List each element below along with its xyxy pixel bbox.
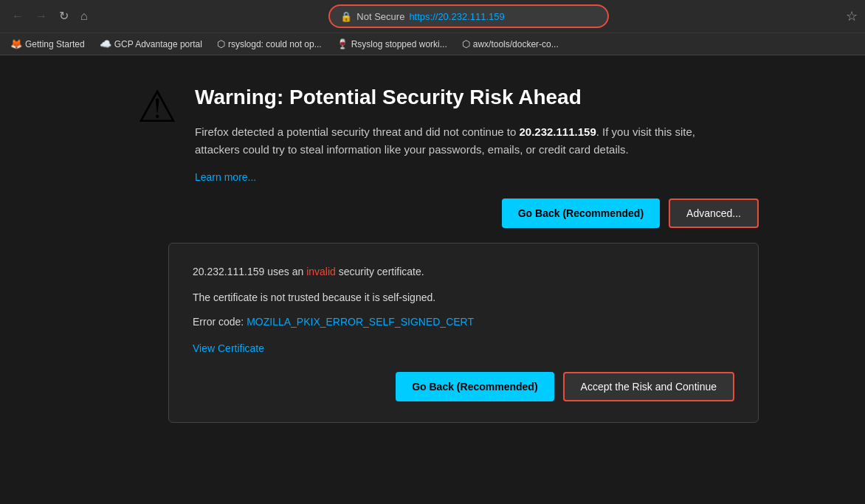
cert-error-line1: 20.232.111.159 uses an invalid security … [193,264,734,280]
back-button[interactable]: ← [7,7,28,25]
description-prefix: Firefox detected a potential security th… [195,125,519,138]
bookmark-rsyslogd[interactable]: ⬡ rsyslogd: could not op... [214,37,325,51]
warning-triangle-icon: ⚠ [137,85,177,129]
bookmark-getting-started[interactable]: 🦊 Getting Started [7,37,88,51]
warning-title: Warning: Potential Security Risk Ahead [195,85,728,110]
warning-section: ⚠ Warning: Potential Security Risk Ahead… [137,85,728,184]
bookmark-rsyslog-stopped[interactable]: 🍷 Rsyslog stopped worki... [334,37,450,51]
accept-risk-continue-button[interactable]: Accept the Risk and Continue [563,372,734,401]
advanced-button[interactable]: Advanced... [669,199,759,228]
nav-buttons: ← → ↻ ⌂ [7,7,92,25]
warning-content: Warning: Potential Security Risk Ahead F… [195,85,728,184]
lock-icon: 🔒 [340,11,352,22]
cert-error-suffix: security certificate. [336,266,424,277]
rsyslog-icon: 🍷 [337,38,348,49]
bookmark-label: Getting Started [25,39,85,49]
warning-description: Firefox detected a potential security th… [195,123,728,159]
go-back-recommended-button-bottom[interactable]: Go Back (Recommended) [396,372,554,401]
browser-toolbar: ← → ↻ ⌂ 🔒 Not Secure https://20.232.111.… [0,0,865,32]
bookmark-label: Rsyslog stopped worki... [351,39,447,49]
description-ip: 20.232.111.159 [519,125,596,138]
not-secure-label: Not Secure [356,11,404,22]
bookmark-label: awx/tools/docker-co... [473,39,559,49]
forward-button[interactable]: → [31,7,52,25]
reload-button[interactable]: ↻ [55,7,73,25]
firefox-icon: 🦊 [10,38,22,49]
cert-error-prefix: 20.232.111.159 uses an [193,266,306,277]
awx-icon: ⬡ [462,38,470,49]
bookmarks-bar: 🦊 Getting Started ☁️ GCP Advantage porta… [0,32,865,55]
error-code-line: Error code: MOZILLA_PKIX_ERROR_SELF_SIGN… [193,316,734,328]
bookmark-gcp[interactable]: ☁️ GCP Advantage portal [97,37,205,51]
address-bar[interactable]: 🔒 Not Secure https://20.232.111.159 [328,4,609,28]
bookmark-label: GCP Advantage portal [114,39,202,49]
panel-buttons: Go Back (Recommended) Accept the Risk an… [193,372,734,401]
invalid-label: invalid [306,266,336,277]
advanced-panel: 20.232.111.159 uses an invalid security … [168,243,759,423]
browser-chrome: ← → ↻ ⌂ 🔒 Not Secure https://20.232.111.… [0,0,865,55]
cert-error-line2: The certificate is not trusted because i… [193,290,734,305]
go-back-recommended-button-top[interactable]: Go Back (Recommended) [502,199,660,228]
error-code-link[interactable]: MOZILLA_PKIX_ERROR_SELF_SIGNED_CERT [247,316,474,328]
github-icon: ⬡ [217,38,225,49]
page-content: ⚠ Warning: Potential Security Risk Ahead… [0,55,865,504]
bookmark-star-button[interactable]: ☆ [846,8,858,24]
home-button[interactable]: ⌂ [76,7,92,25]
view-certificate-link[interactable]: View Certificate [193,342,734,354]
address-bar-container: 🔒 Not Secure https://20.232.111.159 [98,4,840,28]
cloud-icon: ☁️ [100,38,111,49]
learn-more-link[interactable]: Learn more... [195,171,256,183]
top-action-buttons: Go Back (Recommended) Advanced... [168,199,759,228]
bookmark-awx[interactable]: ⬡ awx/tools/docker-co... [459,37,562,51]
bookmark-label: rsyslogd: could not op... [228,39,322,49]
url-text: https://20.232.111.159 [409,11,504,22]
error-code-prefix: Error code: [193,316,247,328]
